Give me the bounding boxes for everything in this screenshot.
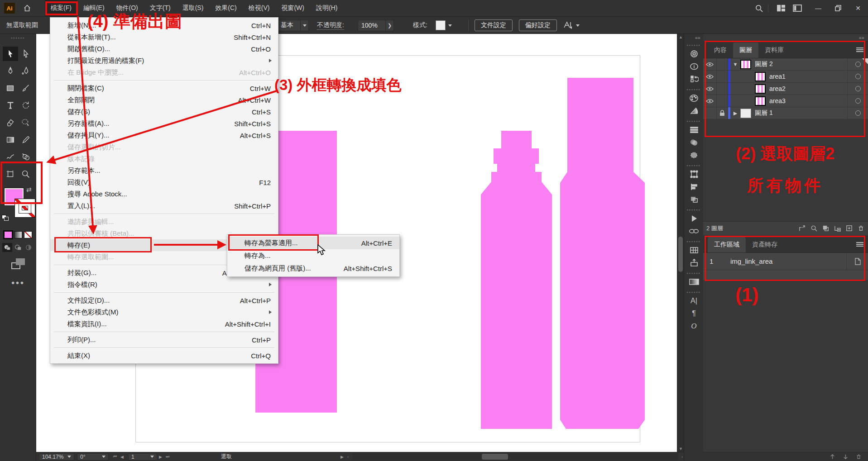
color-panel-icon[interactable] (684, 92, 704, 105)
opentype-panel-icon[interactable]: O (684, 320, 704, 333)
target-circle[interactable] (847, 95, 868, 107)
move-down-icon[interactable] (843, 454, 849, 460)
chevron-down-icon[interactable]: ▼ (730, 62, 740, 67)
collect-for-export-icon[interactable] (799, 225, 806, 232)
scroll-right-icon[interactable]: › (681, 455, 683, 459)
opacity-expand-icon[interactable]: ❯ (386, 20, 394, 31)
layer-row[interactable]: area2 (703, 83, 868, 95)
new-sublayer-icon[interactable] (834, 225, 841, 232)
workspace-switcher-icon[interactable] (777, 4, 786, 12)
file-menu-item[interactable] (50, 330, 278, 334)
move-up-icon[interactable] (830, 454, 835, 460)
object-name[interactable]: area2 (769, 85, 786, 92)
vertical-scroll-thumb[interactable] (678, 237, 683, 272)
layer-row[interactable]: area3 (703, 95, 868, 107)
artboard-tool[interactable] (3, 167, 18, 181)
chevron-right-icon[interactable]: ▶ (730, 110, 740, 116)
artboard-number-dropdown[interactable]: 1 (128, 453, 157, 461)
stroke-panel-icon[interactable] (684, 124, 704, 136)
object-thumbnail[interactable] (755, 96, 766, 106)
lock-toggle[interactable] (717, 95, 728, 107)
shape-area2[interactable] (481, 131, 552, 429)
file-menu-item[interactable]: 版本記錄 (50, 153, 278, 165)
menubar-item[interactable]: 檔案(F) (45, 0, 77, 16)
pathfinder-panel-icon[interactable] (684, 193, 704, 206)
transform-panel-icon[interactable] (684, 168, 704, 181)
locate-object-icon[interactable] (810, 225, 817, 232)
type-tool[interactable] (3, 98, 18, 113)
submenu-item[interactable]: 轉存為... (227, 249, 399, 262)
object-thumbnail[interactable] (755, 84, 766, 94)
scroll-up-icon[interactable]: ▲ (677, 35, 684, 39)
comment-select-tool[interactable] (18, 115, 34, 130)
horizontal-scroll-thumb[interactable] (482, 454, 508, 460)
file-menu-item[interactable]: 列印(P)... Ctrl+P (50, 334, 278, 346)
file-menu-item[interactable]: 儲存選取的切片... (50, 141, 278, 153)
menubar-item[interactable]: 說明(H) (310, 0, 343, 16)
object-thumbnail[interactable] (755, 72, 766, 81)
screen-mode-icon[interactable] (11, 258, 25, 269)
lock-toggle[interactable] (717, 58, 728, 70)
rotation-dropdown[interactable]: 0° (77, 453, 109, 461)
curvature-tool[interactable] (18, 64, 34, 78)
pen-tool[interactable] (3, 64, 18, 78)
paragraph-panel-icon[interactable]: ¶ (684, 307, 704, 320)
file-menu-item[interactable] (50, 78, 278, 82)
stroke-color-swatch[interactable] (14, 199, 35, 218)
artboard-row[interactable]: 1 img_link_area (703, 253, 868, 270)
opacity-field[interactable]: 100% ❯ (358, 17, 394, 34)
menubar-item[interactable]: 效果(C) (209, 0, 242, 16)
submenu-item[interactable]: 轉存為螢幕適用... Alt+Ctrl+E (227, 237, 399, 249)
search-icon[interactable] (755, 4, 763, 13)
collapse-panels-icon[interactable]: «« (684, 34, 703, 41)
tab-asset-export[interactable]: 資產轉存 (746, 237, 784, 252)
delete-layer-icon[interactable] (858, 225, 864, 232)
file-menu-item[interactable]: 指令檔(R) (50, 279, 278, 290)
file-menu-item[interactable] (50, 346, 278, 350)
object-name[interactable]: area1 (769, 73, 786, 80)
links-panel-icon[interactable] (684, 225, 704, 238)
style-swatch-dropdown[interactable] (436, 17, 452, 34)
file-menu-item[interactable]: 結束(X) Ctrl+Q (50, 350, 278, 361)
gradient-tool[interactable] (3, 133, 18, 147)
file-menu-item[interactable]: 置入(L)... Shift+Ctrl+P (50, 200, 278, 212)
panel-menu-icon[interactable] (856, 47, 863, 53)
lock-toggle[interactable] (717, 107, 728, 119)
make-clip-mask-icon[interactable] (822, 225, 829, 232)
shape-builder-tool[interactable] (18, 150, 34, 164)
minimize-button[interactable]: — (808, 0, 828, 16)
file-menu-item[interactable]: 文件設定(D)... Alt+Ctrl+P (50, 295, 278, 306)
document-setup-button[interactable]: 文件設定 (475, 19, 513, 31)
layer-name[interactable]: 圖層 1 (755, 109, 773, 117)
visibility-toggle[interactable] (703, 71, 717, 82)
file-menu-item[interactable]: 另存新檔(A)... Shift+Ctrl+S (50, 118, 278, 129)
lock-toggle[interactable] (717, 83, 728, 95)
paintbrush-tool[interactable] (18, 81, 34, 95)
character-panel-icon[interactable]: A| (684, 295, 704, 307)
target-circle[interactable] (847, 107, 868, 119)
file-menu-item[interactable]: 另存範本... (50, 165, 278, 176)
zoom-tool[interactable] (18, 167, 34, 181)
align-glyphs-icon[interactable] (563, 21, 580, 30)
visibility-toggle[interactable] (703, 83, 717, 95)
draw-normal-icon[interactable] (2, 243, 12, 252)
rectangle-tool[interactable] (3, 81, 18, 95)
zoom-level-dropdown[interactable]: 104.17% (39, 453, 74, 461)
menubar-item[interactable]: 視窗(W) (275, 0, 310, 16)
file-menu-item[interactable]: 全部關閉 Alt+Ctrl+W (50, 94, 278, 106)
style-swatch[interactable] (436, 20, 446, 30)
prev-artboard-icon[interactable]: ◀ (120, 455, 124, 459)
arrange-documents-icon[interactable] (793, 5, 802, 12)
layer-row[interactable]: area1 (703, 71, 868, 83)
gradient-button[interactable] (14, 231, 22, 238)
swap-fill-stroke-icon[interactable]: ⇄ (26, 186, 32, 193)
visibility-toggle[interactable] (703, 58, 717, 70)
chevron-down-icon[interactable] (301, 20, 309, 31)
draw-inside-icon[interactable] (24, 243, 34, 252)
menubar-item[interactable]: 檢視(V) (243, 0, 276, 16)
draw-behind-icon[interactable] (13, 243, 23, 252)
file-menu-item[interactable]: 儲存(S) Ctrl+S (50, 106, 278, 118)
file-menu-item[interactable]: 儲存拷貝(Y)... Alt+Ctrl+S (50, 129, 278, 141)
layer-row[interactable]: ▼ 圖層 2 (703, 58, 868, 71)
tab-artboards[interactable]: 工作區域 (708, 237, 746, 252)
